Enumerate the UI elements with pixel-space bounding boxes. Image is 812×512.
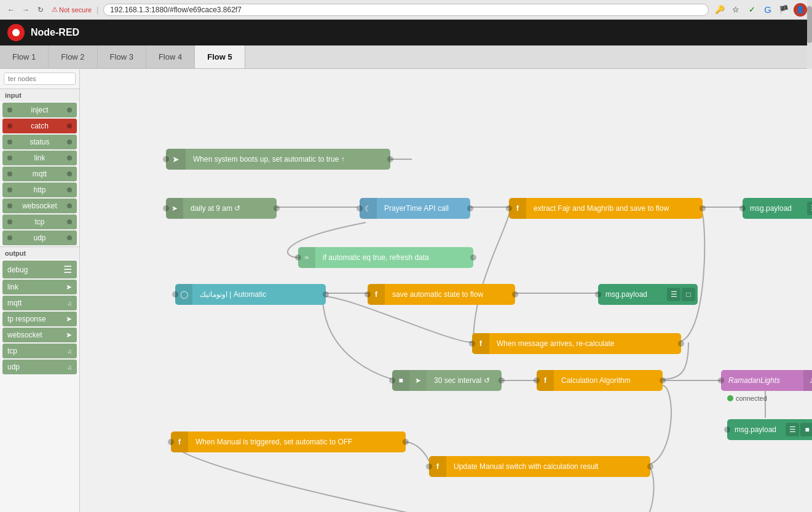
- status-port-right: [67, 140, 72, 144]
- forward-button[interactable]: →: [20, 4, 32, 16]
- sidebar: input inject catch status link mqtt: [0, 69, 80, 512]
- tab-flow5[interactable]: Flow 5: [195, 45, 245, 68]
- sidebar-item-http[interactable]: http: [2, 183, 77, 197]
- nodered-header: Node-RED: [0, 20, 812, 45]
- sidebar-item-websocket-out[interactable]: websocket ➤: [2, 328, 77, 342]
- tab-flow2[interactable]: Flow 2: [49, 45, 97, 68]
- ramadan-lights-label: RamadanLights: [721, 376, 803, 385]
- calc-algorithm-port-left: [534, 377, 540, 384]
- sidebar-item-udp-out[interactable]: udp ♫: [2, 360, 77, 374]
- msg-payload-1-menu[interactable]: ☰: [807, 202, 812, 215]
- sidebar-item-mqtt-in[interactable]: mqtt: [2, 167, 77, 181]
- flow-canvas: ➤ When system boots up, set automatic to…: [80, 69, 812, 512]
- prayer-api-label: PrayerTime API call: [377, 204, 470, 213]
- msg-payload-2-square[interactable]: □: [682, 288, 695, 301]
- recalculate-label: When message arrives, re-calculate: [489, 339, 681, 348]
- udp-port-right: [67, 235, 72, 240]
- catch-port-right: [67, 124, 72, 128]
- sidebar-item-udp-in[interactable]: udp: [2, 230, 77, 245]
- check-icon: ✓: [746, 4, 758, 16]
- search-input[interactable]: [4, 73, 76, 85]
- node-manual-trigger[interactable]: f When Manual is triggered, set automati…: [171, 431, 406, 452]
- automatic-toggle-port-right: [323, 291, 329, 297]
- prayer-api-port-right: [467, 205, 473, 211]
- msg-payload-3-square[interactable]: ■: [800, 423, 812, 436]
- boot-inject-port-right: [387, 156, 393, 162]
- save-automatic-label: save automatic state to flow: [385, 290, 515, 299]
- manual-trigger-label: When Manual is triggered, set automatic …: [188, 438, 406, 446]
- connected-dot: [727, 395, 733, 401]
- node-msg-payload-3[interactable]: msg.payload ☰ ■: [727, 419, 812, 440]
- status-port-left: [7, 140, 12, 144]
- boot-inject-port-left: [163, 156, 169, 162]
- sidebar-item-tcp-out[interactable]: tcp ♫: [2, 344, 77, 358]
- refresh-button[interactable]: ↻: [34, 4, 47, 16]
- sidebar-item-debug[interactable]: debug ☰: [2, 261, 77, 278]
- back-button[interactable]: ←: [5, 4, 17, 16]
- node-automatic-toggle[interactable]: ◯ اوتوماتيك | Automatic: [175, 284, 326, 305]
- tab-flow1[interactable]: Flow 1: [0, 45, 49, 68]
- boot-inject-label: When system boots up, set automatic to t…: [186, 155, 390, 163]
- msg-payload-3-menu[interactable]: ☰: [786, 423, 799, 436]
- timer-inject-port-left: [389, 377, 395, 384]
- node-recalculate[interactable]: f When message arrives, re-calculate: [472, 333, 681, 354]
- node-prayer-api[interactable]: ☾ PrayerTime API call: [360, 198, 470, 219]
- node-daily-inject[interactable]: ➤ daily at 9 am ↺: [166, 198, 277, 219]
- websocket-port-left: [7, 203, 12, 208]
- node-ramadan-lights[interactable]: RamadanLights ♫: [721, 370, 812, 391]
- extract-fajr-port-right: [700, 205, 706, 211]
- output-section-title: output: [0, 246, 79, 259]
- tcp-port-right: [67, 219, 72, 224]
- msg-payload-3-port-left: [724, 427, 730, 433]
- extract-fajr-port-left: [506, 205, 512, 211]
- star-icon[interactable]: ☆: [730, 4, 742, 16]
- node-if-automatic[interactable]: ≈ if automatic eq true, refresh data: [298, 247, 473, 268]
- update-manual-port-right: [647, 463, 653, 470]
- node-extract-fajr[interactable]: f extract Fajr and Maghrib and save to f…: [509, 198, 703, 219]
- daily-inject-port-right: [274, 205, 280, 211]
- sidebar-item-status[interactable]: status: [2, 135, 77, 149]
- sidebar-item-catch[interactable]: catch: [2, 119, 77, 133]
- node-msg-payload-1[interactable]: msg.payload ☰ □: [743, 198, 812, 219]
- recalculate-port-left: [469, 341, 475, 347]
- if-automatic-label: if automatic eq true, refresh data: [315, 253, 473, 262]
- key-icon[interactable]: 🔑: [714, 4, 726, 16]
- node-msg-payload-2[interactable]: msg.payload ☰ □: [598, 284, 698, 305]
- security-badge: ⚠ Not secure: [52, 6, 92, 14]
- node-save-automatic[interactable]: f save automatic state to flow: [368, 284, 515, 305]
- link-port-left: [7, 156, 12, 160]
- sidebar-item-http-response[interactable]: tp response ➤: [2, 312, 77, 326]
- sidebar-item-tcp-in[interactable]: tcp: [2, 215, 77, 229]
- sidebar-item-websocket[interactable]: websocket: [2, 199, 77, 213]
- sidebar-item-link-in[interactable]: link: [2, 151, 77, 165]
- node-timer-inject[interactable]: ■ ➤ 30 sec interval ↺: [392, 370, 502, 391]
- avatar-icon[interactable]: 👤: [794, 3, 807, 17]
- daily-inject-port-left: [163, 205, 169, 211]
- node-calc-algorithm[interactable]: f Calculation Algorithm: [537, 370, 663, 391]
- sidebar-item-mqtt-out[interactable]: mqtt ♫: [2, 296, 77, 310]
- update-manual-port-left: [426, 463, 432, 470]
- timer-inject-label: 30 sec interval ↺: [427, 376, 502, 385]
- msg-payload-2-menu[interactable]: ☰: [667, 288, 680, 301]
- flow-tabs: Flow 1 Flow 2 Flow 3 Flow 4 Flow 5: [0, 45, 812, 69]
- msg-payload-2-label: msg.payload: [598, 290, 666, 299]
- update-manual-label: Update Manual switch with calculation re…: [446, 462, 650, 471]
- ramadan-lights-port-left: [718, 377, 724, 384]
- node-update-manual[interactable]: f Update Manual switch with calculation …: [429, 456, 650, 477]
- mqtt-port-left: [7, 171, 12, 176]
- daily-inject-label: daily at 9 am ↺: [183, 204, 277, 213]
- sidebar-item-link-out[interactable]: link ➤: [2, 280, 77, 294]
- save-automatic-port-right: [512, 291, 518, 297]
- node-boot-inject[interactable]: ➤ When system boots up, set automatic to…: [166, 149, 390, 170]
- sidebar-item-inject[interactable]: inject: [2, 103, 77, 117]
- if-automatic-port-left: [295, 254, 301, 261]
- url-bar[interactable]: 192.168.1.3:1880/#flow/e69cace3.862f7: [103, 4, 709, 16]
- tcp-port-left: [7, 219, 12, 224]
- prayer-api-port-left: [357, 205, 363, 211]
- link-port-right: [67, 156, 72, 160]
- tab-flow3[interactable]: Flow 3: [98, 45, 146, 68]
- translate-icon[interactable]: G: [762, 4, 774, 16]
- flag-icon[interactable]: 🏴: [778, 4, 790, 16]
- save-automatic-port-left: [365, 291, 371, 297]
- tab-flow4[interactable]: Flow 4: [146, 45, 195, 68]
